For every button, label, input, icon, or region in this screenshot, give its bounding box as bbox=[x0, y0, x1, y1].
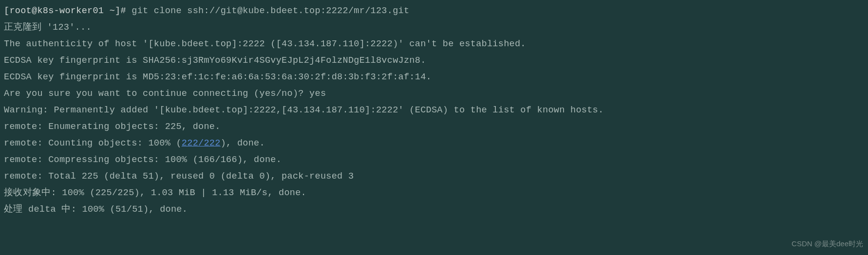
terminal-line-cloning: 正克隆到 '123'... bbox=[4, 19, 864, 36]
terminal-line-command: [root@k8s-worker01 ~]# git clone ssh://g… bbox=[4, 3, 864, 19]
terminal-line-confirm: Are you sure you want to continue connec… bbox=[4, 86, 864, 102]
terminal-line-ecdsa-sha256: ECDSA key fingerprint is SHA256:sj3RmYo6… bbox=[4, 53, 864, 69]
counting-link[interactable]: 222/222 bbox=[182, 138, 221, 148]
command-text: git clone ssh://git@kube.bdeet.top:2222/… bbox=[132, 6, 409, 16]
terminal-line-receiving: 接收对象中: 100% (225/225), 1.03 MiB | 1.13 M… bbox=[4, 185, 864, 201]
counting-prefix: remote: Counting objects: 100% ( bbox=[4, 138, 182, 148]
terminal-line-counting: remote: Counting objects: 100% (222/222)… bbox=[4, 135, 864, 152]
terminal-line-ecdsa-md5: ECDSA key fingerprint is MD5:23:ef:1c:fe… bbox=[4, 69, 864, 86]
terminal-line-enumerating: remote: Enumerating objects: 225, done. bbox=[4, 119, 864, 135]
terminal-line-total: remote: Total 225 (delta 51), reused 0 (… bbox=[4, 168, 864, 185]
terminal-line-warning: Warning: Permanently added '[kube.bdeet.… bbox=[4, 102, 864, 119]
shell-prompt: [root@k8s-worker01 ~]# bbox=[4, 6, 132, 16]
terminal-line-resolving: 处理 delta 中: 100% (51/51), done. bbox=[4, 201, 864, 218]
counting-suffix: ), done. bbox=[221, 138, 265, 148]
terminal-line-compressing: remote: Compressing objects: 100% (166/1… bbox=[4, 152, 864, 168]
watermark-text: CSDN @最美dee时光 bbox=[792, 236, 863, 252]
terminal-line-authenticity: The authenticity of host '[kube.bdeet.to… bbox=[4, 36, 864, 53]
